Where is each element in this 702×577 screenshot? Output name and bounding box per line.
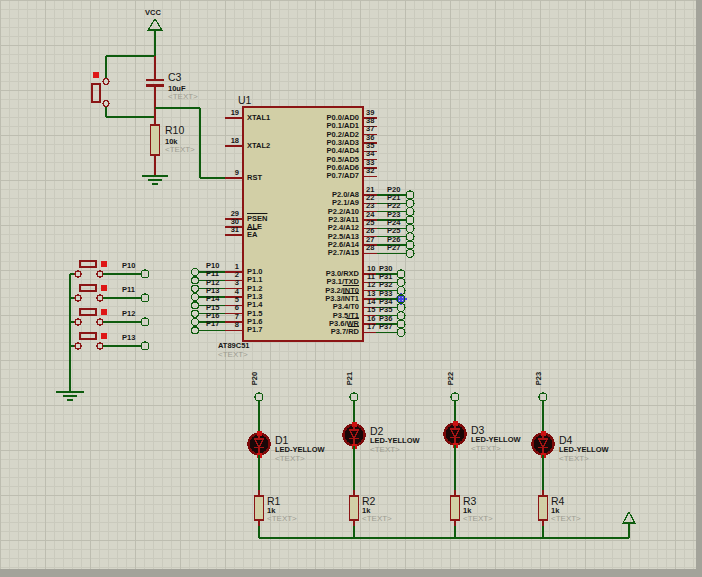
net-label-button-p11: P11 bbox=[122, 286, 135, 294]
pin-number-19: 19 bbox=[221, 109, 239, 117]
terminal-p26[interactable] bbox=[406, 241, 414, 249]
reset-button-contact-top[interactable] bbox=[103, 79, 109, 85]
pin-name-rst: RST bbox=[247, 174, 262, 182]
led-d3-anode-pad bbox=[453, 421, 458, 426]
button-p10[interactable] bbox=[80, 261, 96, 267]
chip-text: <TEXT> bbox=[218, 351, 248, 360]
pin-number-18: 18 bbox=[221, 137, 239, 145]
reset-button-contact-bottom[interactable] bbox=[103, 101, 109, 107]
cap-ref: C3 bbox=[168, 72, 181, 84]
net-label-p27: P27 bbox=[387, 244, 400, 252]
terminal-p23[interactable] bbox=[406, 216, 414, 224]
button-contact-left-p12[interactable] bbox=[75, 319, 81, 325]
button-contact-right-p13[interactable] bbox=[97, 343, 103, 349]
window-edge-bottom bbox=[0, 569, 702, 577]
led-text-d4: <TEXT> bbox=[559, 455, 589, 464]
terminal-column-p20[interactable] bbox=[255, 393, 263, 401]
led-text-d2: <TEXT> bbox=[370, 446, 400, 455]
net-label-column-p23: P23 bbox=[535, 365, 544, 392]
power-symbol-bottom-right[interactable] bbox=[623, 512, 635, 523]
terminal-p12[interactable] bbox=[192, 285, 199, 292]
net-label-column-p21: P21 bbox=[346, 365, 355, 392]
terminal-button-p10[interactable] bbox=[141, 270, 149, 278]
net-label-p37: P37 bbox=[379, 323, 392, 331]
terminal-column-p23[interactable] bbox=[539, 393, 547, 401]
terminal-p21[interactable] bbox=[406, 199, 414, 207]
button-contact-right-p11[interactable] bbox=[97, 295, 103, 301]
button-contact-right-p10[interactable] bbox=[97, 271, 103, 277]
terminal-p30[interactable] bbox=[397, 270, 405, 278]
resistor-r1[interactable] bbox=[255, 496, 264, 520]
r10-ref: R10 bbox=[165, 125, 184, 137]
terminal-p14[interactable] bbox=[192, 302, 199, 309]
terminal-p36[interactable] bbox=[397, 320, 405, 328]
led-text-d1: <TEXT> bbox=[275, 455, 305, 464]
terminal-p10[interactable] bbox=[192, 269, 199, 276]
terminal-p16[interactable] bbox=[192, 319, 199, 326]
terminal-button-p12[interactable] bbox=[141, 318, 149, 326]
r10-text: <TEXT> bbox=[165, 146, 195, 155]
button-indicator-p11[interactable] bbox=[101, 285, 108, 292]
net-label-column-p22: P22 bbox=[447, 365, 456, 392]
reset-button-indicator[interactable] bbox=[93, 72, 100, 79]
led-d2-anode-pad bbox=[352, 422, 357, 427]
button-p12[interactable] bbox=[80, 309, 96, 315]
resistor-r3[interactable] bbox=[451, 496, 460, 520]
chip-ref: U1 bbox=[238, 95, 251, 107]
net-label-button-p12: P12 bbox=[122, 310, 135, 318]
pin-name-ea: EA bbox=[247, 231, 257, 239]
led-text-d3: <TEXT> bbox=[471, 445, 501, 454]
terminal-p22[interactable] bbox=[406, 208, 414, 216]
net-label-column-p20: P20 bbox=[251, 365, 260, 392]
resistor-r2[interactable] bbox=[350, 496, 359, 520]
pin-name-part: P3.7/ bbox=[331, 327, 349, 336]
led-model-d1: LED-YELLOW bbox=[275, 446, 325, 454]
res-text-r3: <TEXT> bbox=[463, 515, 493, 524]
terminal-column-p22[interactable] bbox=[451, 393, 459, 401]
vcc-power-symbol[interactable] bbox=[148, 19, 162, 30]
button-contact-right-p12[interactable] bbox=[97, 319, 103, 325]
net-label-p17: P17 bbox=[206, 320, 219, 328]
window-edge-right bbox=[696, 0, 702, 577]
schematic-canvas: VCC C3 10uF <TEXT> R10 10k <TEXT> U1 AT8… bbox=[0, 0, 702, 577]
button-indicator-p12[interactable] bbox=[101, 309, 108, 316]
led-d4-anode-pad bbox=[541, 431, 546, 436]
terminal-p20[interactable] bbox=[406, 191, 414, 199]
button-p13[interactable] bbox=[80, 333, 96, 339]
net-label-button-p10: P10 bbox=[122, 262, 135, 270]
button-contact-left-p11[interactable] bbox=[75, 295, 81, 301]
pin-name-overline-part: RD bbox=[348, 327, 359, 336]
ground-symbol-reset[interactable] bbox=[142, 176, 168, 184]
button-contact-left-p10[interactable] bbox=[75, 271, 81, 277]
resistor-r10[interactable] bbox=[151, 125, 160, 155]
terminal-p31[interactable] bbox=[397, 278, 405, 286]
terminal-p11[interactable] bbox=[192, 277, 199, 284]
button-contact-left-p13[interactable] bbox=[75, 343, 81, 349]
pin-number-17: 17 bbox=[367, 323, 375, 331]
terminal-p37[interactable] bbox=[397, 328, 405, 336]
pin-number-28: 28 bbox=[366, 244, 374, 252]
terminal-button-p11[interactable] bbox=[141, 294, 149, 302]
terminal-p24[interactable] bbox=[406, 224, 414, 232]
terminal-p13[interactable] bbox=[192, 294, 199, 301]
button-indicator-p13[interactable] bbox=[101, 333, 108, 340]
terminal-p27[interactable] bbox=[406, 249, 414, 257]
res-text-r4: <TEXT> bbox=[551, 515, 581, 524]
button-p11[interactable] bbox=[80, 285, 96, 291]
res-text-r1: <TEXT> bbox=[267, 515, 297, 524]
terminal-p15[interactable] bbox=[192, 310, 199, 317]
terminal-button-p13[interactable] bbox=[141, 342, 149, 350]
ground-symbol-buttons[interactable] bbox=[56, 392, 84, 400]
terminal-p25[interactable] bbox=[406, 233, 414, 241]
reset-button[interactable] bbox=[92, 84, 100, 102]
pin-name-p3-7: P3.7/RD bbox=[263, 328, 359, 336]
net-label-button-p13: P13 bbox=[122, 334, 135, 342]
pin-number-32: 32 bbox=[366, 167, 374, 175]
terminal-p17[interactable] bbox=[192, 327, 199, 334]
pin-number-31: 31 bbox=[221, 226, 239, 234]
resistor-r4[interactable] bbox=[539, 496, 548, 520]
pin-number-9: 9 bbox=[221, 169, 239, 177]
button-indicator-p10[interactable] bbox=[101, 261, 108, 268]
terminal-column-p21[interactable] bbox=[350, 393, 358, 401]
terminal-p35[interactable] bbox=[397, 312, 405, 320]
